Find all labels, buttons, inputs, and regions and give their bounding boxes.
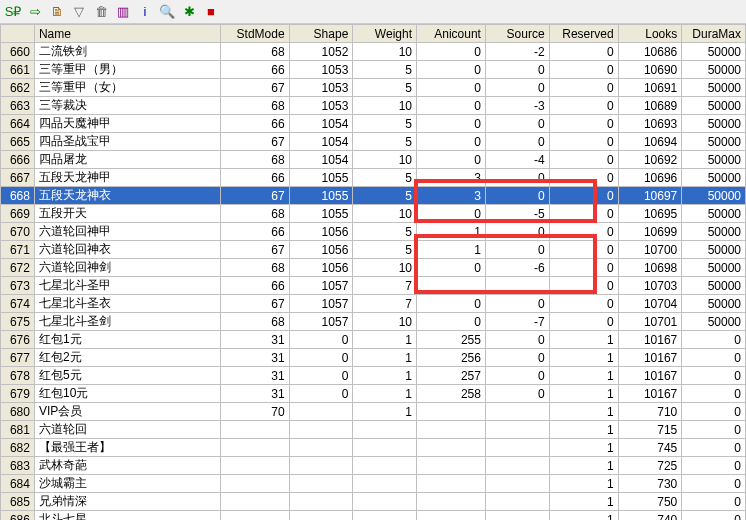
table-row[interactable]: 663三等裁决681053100-301068950000 bbox=[1, 97, 746, 115]
cell-anicount[interactable]: 1 bbox=[416, 223, 485, 241]
row-number[interactable]: 677 bbox=[1, 349, 35, 367]
cell-reserved[interactable]: 1 bbox=[549, 439, 618, 457]
cell-weight[interactable]: 1 bbox=[353, 367, 417, 385]
cell-looks[interactable]: 10691 bbox=[618, 79, 682, 97]
cell-reserved[interactable]: 1 bbox=[549, 403, 618, 421]
cell-reserved[interactable]: 0 bbox=[549, 205, 618, 223]
cell-stdmode[interactable]: 31 bbox=[220, 385, 289, 403]
cell-duramax[interactable]: 50000 bbox=[682, 79, 746, 97]
col-header-Looks[interactable]: Looks bbox=[618, 25, 682, 43]
cell-weight[interactable]: 5 bbox=[353, 223, 417, 241]
cell-looks[interactable]: 10699 bbox=[618, 223, 682, 241]
cell-shape[interactable]: 1054 bbox=[289, 133, 353, 151]
cell-source[interactable]: 0 bbox=[485, 349, 549, 367]
cell-anicount[interactable]: 0 bbox=[416, 295, 485, 313]
row-number[interactable]: 675 bbox=[1, 313, 35, 331]
table-row[interactable]: 681六道轮回17150 bbox=[1, 421, 746, 439]
cell-anicount[interactable]: 258 bbox=[416, 385, 485, 403]
cell-anicount[interactable]: 0 bbox=[416, 259, 485, 277]
cell-looks[interactable]: 10703 bbox=[618, 277, 682, 295]
cell-shape[interactable]: 1054 bbox=[289, 151, 353, 169]
cell-duramax[interactable]: 0 bbox=[682, 439, 746, 457]
cell-reserved[interactable]: 0 bbox=[549, 43, 618, 61]
run-icon[interactable]: ✱ bbox=[180, 3, 198, 21]
cell-reserved[interactable]: 1 bbox=[549, 331, 618, 349]
table-row[interactable]: 685兄弟情深17500 bbox=[1, 493, 746, 511]
col-header-Weight[interactable]: Weight bbox=[353, 25, 417, 43]
cell-stdmode[interactable]: 66 bbox=[220, 223, 289, 241]
cell-name[interactable]: 四品屠龙 bbox=[34, 151, 220, 169]
cell-weight[interactable]: 5 bbox=[353, 241, 417, 259]
table-row[interactable]: 675七星北斗圣剑681057100-701070150000 bbox=[1, 313, 746, 331]
cell-shape[interactable] bbox=[289, 493, 353, 511]
cell-stdmode[interactable]: 31 bbox=[220, 349, 289, 367]
row-number[interactable]: 666 bbox=[1, 151, 35, 169]
table-row[interactable]: 670六道轮回神甲66105651001069950000 bbox=[1, 223, 746, 241]
cell-duramax[interactable]: 0 bbox=[682, 403, 746, 421]
cell-weight[interactable]: 10 bbox=[353, 97, 417, 115]
cell-name[interactable]: 北斗七星 bbox=[34, 511, 220, 521]
cell-reserved[interactable]: 0 bbox=[549, 241, 618, 259]
cell-weight[interactable]: 5 bbox=[353, 187, 417, 205]
cell-weight[interactable]: 7 bbox=[353, 277, 417, 295]
cell-duramax[interactable]: 0 bbox=[682, 493, 746, 511]
cell-source[interactable]: 0 bbox=[485, 295, 549, 313]
cell-name[interactable]: 四品圣战宝甲 bbox=[34, 133, 220, 151]
cell-source[interactable]: 0 bbox=[485, 223, 549, 241]
table-row[interactable]: 678红包5元310125701101670 bbox=[1, 367, 746, 385]
cell-duramax[interactable]: 0 bbox=[682, 349, 746, 367]
cell-weight[interactable]: 10 bbox=[353, 313, 417, 331]
cell-looks[interactable]: 730 bbox=[618, 475, 682, 493]
cell-shape[interactable]: 1057 bbox=[289, 277, 353, 295]
cell-looks[interactable]: 725 bbox=[618, 457, 682, 475]
cell-reserved[interactable]: 0 bbox=[549, 295, 618, 313]
cell-name[interactable]: 武林奇葩 bbox=[34, 457, 220, 475]
cell-reserved[interactable]: 1 bbox=[549, 457, 618, 475]
cell-name[interactable]: 三等重甲（女） bbox=[34, 79, 220, 97]
cell-duramax[interactable]: 0 bbox=[682, 457, 746, 475]
cell-reserved[interactable]: 0 bbox=[549, 133, 618, 151]
cell-looks[interactable]: 10167 bbox=[618, 367, 682, 385]
cell-duramax[interactable]: 0 bbox=[682, 511, 746, 521]
cell-looks[interactable]: 10697 bbox=[618, 187, 682, 205]
cell-weight[interactable]: 1 bbox=[353, 349, 417, 367]
cell-duramax[interactable]: 50000 bbox=[682, 43, 746, 61]
cell-stdmode[interactable]: 68 bbox=[220, 205, 289, 223]
cell-stdmode[interactable]: 68 bbox=[220, 151, 289, 169]
cell-name[interactable]: 三等重甲（男） bbox=[34, 61, 220, 79]
cell-anicount[interactable]: 0 bbox=[416, 61, 485, 79]
filter-icon[interactable]: ▽ bbox=[70, 3, 88, 21]
row-number[interactable]: 665 bbox=[1, 133, 35, 151]
cell-looks[interactable]: 10701 bbox=[618, 313, 682, 331]
cell-source[interactable]: -3 bbox=[485, 97, 549, 115]
cell-stdmode[interactable]: 67 bbox=[220, 241, 289, 259]
row-number[interactable]: 679 bbox=[1, 385, 35, 403]
cell-weight[interactable]: 5 bbox=[353, 61, 417, 79]
table-row[interactable]: 665四品圣战宝甲67105450001069450000 bbox=[1, 133, 746, 151]
cell-anicount[interactable]: 0 bbox=[416, 313, 485, 331]
cell-shape[interactable] bbox=[289, 439, 353, 457]
cell-weight[interactable] bbox=[353, 511, 417, 521]
cell-stdmode[interactable]: 68 bbox=[220, 97, 289, 115]
cell-name[interactable]: 五段天龙神甲 bbox=[34, 169, 220, 187]
cell-weight[interactable] bbox=[353, 421, 417, 439]
col-header-Anicount[interactable]: Anicount bbox=[416, 25, 485, 43]
table-row[interactable]: 684沙城霸主17300 bbox=[1, 475, 746, 493]
cell-stdmode[interactable]: 66 bbox=[220, 169, 289, 187]
cell-name[interactable]: 【最强王者】 bbox=[34, 439, 220, 457]
row-number[interactable]: 686 bbox=[1, 511, 35, 521]
cell-name[interactable]: 红包10元 bbox=[34, 385, 220, 403]
row-number[interactable]: 671 bbox=[1, 241, 35, 259]
cell-name[interactable]: 红包1元 bbox=[34, 331, 220, 349]
cell-reserved[interactable]: 1 bbox=[549, 475, 618, 493]
table-row[interactable]: 672六道轮回神剑681056100-601069850000 bbox=[1, 259, 746, 277]
cell-source[interactable]: -4 bbox=[485, 151, 549, 169]
cell-anicount[interactable] bbox=[416, 277, 485, 295]
cell-stdmode[interactable] bbox=[220, 493, 289, 511]
col-header-Name[interactable]: Name bbox=[34, 25, 220, 43]
cell-looks[interactable]: 10694 bbox=[618, 133, 682, 151]
table-row[interactable]: 679红包10元310125801101670 bbox=[1, 385, 746, 403]
col-header-rownum[interactable] bbox=[1, 25, 35, 43]
cell-anicount[interactable]: 1 bbox=[416, 241, 485, 259]
cell-looks[interactable]: 10167 bbox=[618, 385, 682, 403]
